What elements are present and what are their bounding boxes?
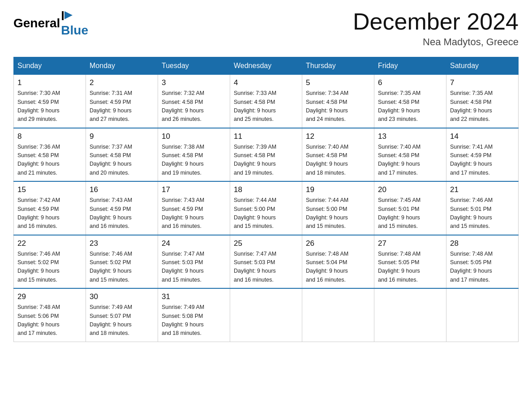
- calendar-cell: 27Sunrise: 7:48 AMSunset: 5:05 PMDayligh…: [374, 235, 446, 289]
- calendar-table: SundayMondayTuesdayWednesdayThursdayFrid…: [13, 57, 519, 342]
- day-info: Sunrise: 7:46 AMSunset: 5:02 PMDaylight:…: [90, 250, 154, 285]
- day-number: 12: [306, 132, 370, 141]
- day-number: 19: [306, 185, 370, 194]
- day-info: Sunrise: 7:37 AMSunset: 4:58 PMDaylight:…: [90, 143, 154, 178]
- day-info: Sunrise: 7:48 AMSunset: 5:04 PMDaylight:…: [306, 250, 370, 285]
- day-number: 20: [378, 185, 442, 194]
- day-info: Sunrise: 7:47 AMSunset: 5:03 PMDaylight:…: [162, 250, 226, 285]
- day-number: 21: [450, 185, 515, 194]
- day-number: 26: [306, 239, 370, 248]
- day-number: 2: [90, 78, 154, 87]
- day-info: Sunrise: 7:43 AMSunset: 4:59 PMDaylight:…: [90, 196, 154, 231]
- day-info: Sunrise: 7:34 AMSunset: 4:58 PMDaylight:…: [306, 89, 370, 124]
- header: General l Blue December 2024 Nea Madytos…: [13, 9, 519, 48]
- day-number: 8: [17, 132, 82, 141]
- calendar-cell: 4Sunrise: 7:33 AMSunset: 4:58 PMDaylight…: [230, 75, 302, 128]
- day-number: 4: [234, 78, 298, 87]
- calendar-cell: [302, 288, 374, 342]
- calendar-week-row: 8Sunrise: 7:36 AMSunset: 4:58 PMDaylight…: [14, 128, 519, 182]
- day-number: 7: [450, 78, 515, 87]
- calendar-cell: 10Sunrise: 7:38 AMSunset: 4:58 PMDayligh…: [158, 128, 230, 182]
- calendar-cell: 19Sunrise: 7:44 AMSunset: 5:00 PMDayligh…: [302, 181, 374, 235]
- day-info: Sunrise: 7:46 AMSunset: 5:02 PMDaylight:…: [17, 250, 82, 285]
- logo-blue-text: Blue: [61, 23, 88, 38]
- day-info: Sunrise: 7:49 AMSunset: 5:08 PMDaylight:…: [162, 303, 226, 338]
- calendar-week-row: 1Sunrise: 7:30 AMSunset: 4:59 PMDaylight…: [14, 75, 519, 128]
- calendar-cell: 11Sunrise: 7:39 AMSunset: 4:58 PMDayligh…: [230, 128, 302, 182]
- calendar-cell: 17Sunrise: 7:43 AMSunset: 4:59 PMDayligh…: [158, 181, 230, 235]
- day-number: 14: [450, 132, 515, 141]
- day-info: Sunrise: 7:48 AMSunset: 5:05 PMDaylight:…: [450, 250, 515, 285]
- day-number: 22: [17, 239, 82, 248]
- calendar-cell: 21Sunrise: 7:46 AMSunset: 5:01 PMDayligh…: [446, 181, 519, 235]
- day-number: 27: [378, 239, 442, 248]
- day-info: Sunrise: 7:48 AMSunset: 5:05 PMDaylight:…: [378, 250, 442, 285]
- calendar-cell: 28Sunrise: 7:48 AMSunset: 5:05 PMDayligh…: [446, 235, 519, 289]
- day-number: 23: [90, 239, 154, 248]
- calendar-cell: 2Sunrise: 7:31 AMSunset: 4:59 PMDaylight…: [86, 75, 158, 128]
- calendar-cell: 6Sunrise: 7:35 AMSunset: 4:58 PMDaylight…: [374, 75, 446, 128]
- day-info: Sunrise: 7:31 AMSunset: 4:59 PMDaylight:…: [90, 89, 154, 124]
- day-info: Sunrise: 7:48 AMSunset: 5:06 PMDaylight:…: [17, 303, 82, 338]
- day-number: 11: [234, 132, 298, 141]
- day-info: Sunrise: 7:49 AMSunset: 5:07 PMDaylight:…: [90, 303, 154, 338]
- calendar-cell: 26Sunrise: 7:48 AMSunset: 5:04 PMDayligh…: [302, 235, 374, 289]
- day-number: 18: [234, 185, 298, 194]
- day-number: 10: [162, 132, 226, 141]
- day-info: Sunrise: 7:41 AMSunset: 4:59 PMDaylight:…: [450, 143, 515, 178]
- calendar-cell: 22Sunrise: 7:46 AMSunset: 5:02 PMDayligh…: [14, 235, 86, 289]
- day-number: 5: [306, 78, 370, 87]
- logo: General l Blue: [13, 9, 88, 38]
- day-info: Sunrise: 7:42 AMSunset: 4:59 PMDaylight:…: [17, 196, 82, 231]
- month-year-title: December 2024: [353, 9, 519, 34]
- day-number: 25: [234, 239, 298, 248]
- calendar-cell: 9Sunrise: 7:37 AMSunset: 4:58 PMDaylight…: [86, 128, 158, 182]
- calendar-cell: 24Sunrise: 7:47 AMSunset: 5:03 PMDayligh…: [158, 235, 230, 289]
- day-number: 6: [378, 78, 442, 87]
- calendar-cell: 15Sunrise: 7:42 AMSunset: 4:59 PMDayligh…: [14, 181, 86, 235]
- day-number: 29: [17, 292, 82, 301]
- day-info: Sunrise: 7:43 AMSunset: 4:59 PMDaylight:…: [162, 196, 226, 231]
- calendar-cell: 30Sunrise: 7:49 AMSunset: 5:07 PMDayligh…: [86, 288, 158, 342]
- calendar-week-row: 22Sunrise: 7:46 AMSunset: 5:02 PMDayligh…: [14, 235, 519, 289]
- day-number: 24: [162, 239, 226, 248]
- calendar-cell: 3Sunrise: 7:32 AMSunset: 4:58 PMDaylight…: [158, 75, 230, 128]
- logo-arrow-icon: [64, 11, 73, 19]
- calendar-week-row: 29Sunrise: 7:48 AMSunset: 5:06 PMDayligh…: [14, 288, 519, 342]
- column-header-monday: Monday: [86, 57, 158, 75]
- logo-general-text: General: [13, 16, 60, 30]
- location-title: Nea Madytos, Greece: [353, 36, 519, 48]
- calendar-cell: 18Sunrise: 7:44 AMSunset: 5:00 PMDayligh…: [230, 181, 302, 235]
- day-number: 30: [90, 292, 154, 301]
- day-info: Sunrise: 7:35 AMSunset: 4:58 PMDaylight:…: [378, 89, 442, 124]
- calendar-cell: 13Sunrise: 7:40 AMSunset: 4:58 PMDayligh…: [374, 128, 446, 182]
- day-info: Sunrise: 7:30 AMSunset: 4:59 PMDaylight:…: [17, 89, 82, 124]
- calendar-cell: 5Sunrise: 7:34 AMSunset: 4:58 PMDaylight…: [302, 75, 374, 128]
- day-info: Sunrise: 7:32 AMSunset: 4:58 PMDaylight:…: [162, 89, 226, 124]
- day-number: 28: [450, 239, 515, 248]
- calendar-cell: 29Sunrise: 7:48 AMSunset: 5:06 PMDayligh…: [14, 288, 86, 342]
- day-info: Sunrise: 7:40 AMSunset: 4:58 PMDaylight:…: [378, 143, 442, 178]
- calendar-cell: 14Sunrise: 7:41 AMSunset: 4:59 PMDayligh…: [446, 128, 519, 182]
- svg-marker-0: [64, 11, 73, 19]
- calendar-cell: 31Sunrise: 7:49 AMSunset: 5:08 PMDayligh…: [158, 288, 230, 342]
- calendar-cell: 8Sunrise: 7:36 AMSunset: 4:58 PMDaylight…: [14, 128, 86, 182]
- calendar-body: 1Sunrise: 7:30 AMSunset: 4:59 PMDaylight…: [14, 75, 519, 342]
- logo-blue-part: l Blue: [61, 9, 88, 38]
- day-info: Sunrise: 7:36 AMSunset: 4:58 PMDaylight:…: [17, 143, 82, 178]
- day-number: 16: [90, 185, 154, 194]
- day-number: 17: [162, 185, 226, 194]
- day-number: 31: [162, 292, 226, 301]
- calendar-cell: 23Sunrise: 7:46 AMSunset: 5:02 PMDayligh…: [86, 235, 158, 289]
- calendar-cell: [374, 288, 446, 342]
- day-info: Sunrise: 7:33 AMSunset: 4:58 PMDaylight:…: [234, 89, 298, 124]
- calendar-cell: 7Sunrise: 7:35 AMSunset: 4:58 PMDaylight…: [446, 75, 519, 128]
- calendar-cell: 16Sunrise: 7:43 AMSunset: 4:59 PMDayligh…: [86, 181, 158, 235]
- calendar-cell: [230, 288, 302, 342]
- day-number: 1: [17, 78, 82, 87]
- calendar-cell: [446, 288, 519, 342]
- day-number: 15: [17, 185, 82, 194]
- day-info: Sunrise: 7:46 AMSunset: 5:01 PMDaylight:…: [450, 196, 515, 231]
- calendar-cell: 25Sunrise: 7:47 AMSunset: 5:03 PMDayligh…: [230, 235, 302, 289]
- column-header-saturday: Saturday: [446, 57, 519, 75]
